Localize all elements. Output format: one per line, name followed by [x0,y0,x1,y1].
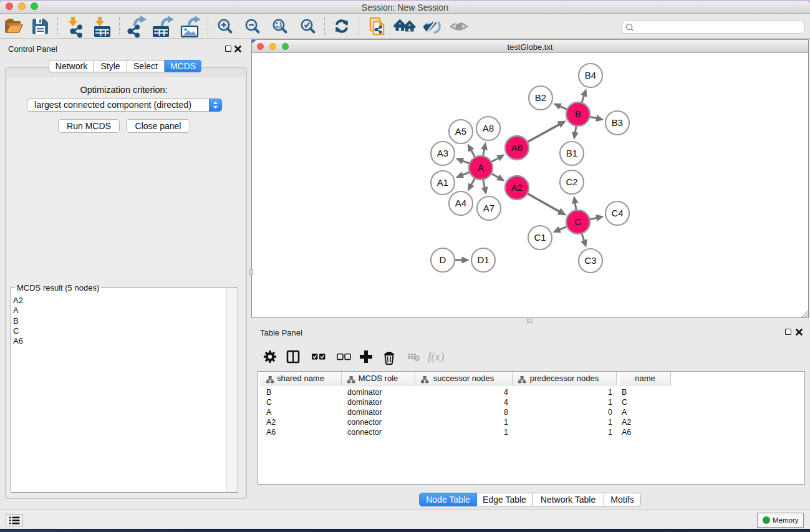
svg-text:A2: A2 [511,182,523,193]
svg-text:A3: A3 [437,148,448,158]
svg-text:D: D [440,254,446,265]
svg-text:B2: B2 [535,92,546,103]
svg-text:B4: B4 [585,70,596,80]
svg-text:C2: C2 [566,177,577,187]
svg-text:A8: A8 [483,123,494,133]
svg-text:A1: A1 [437,177,448,188]
svg-text:C1: C1 [534,232,546,243]
svg-text:D1: D1 [477,254,489,265]
svg-text:A: A [478,162,484,173]
svg-text:A7: A7 [483,203,494,213]
svg-text:C3: C3 [584,255,596,266]
svg-text:B: B [575,109,581,119]
svg-text:A5: A5 [455,126,466,137]
svg-text:C4: C4 [611,208,623,218]
svg-text:A6: A6 [511,142,523,153]
svg-text:B3: B3 [612,117,623,128]
svg-text:A4: A4 [455,198,466,208]
svg-text:B1: B1 [566,148,577,158]
svg-text:C: C [575,216,582,227]
